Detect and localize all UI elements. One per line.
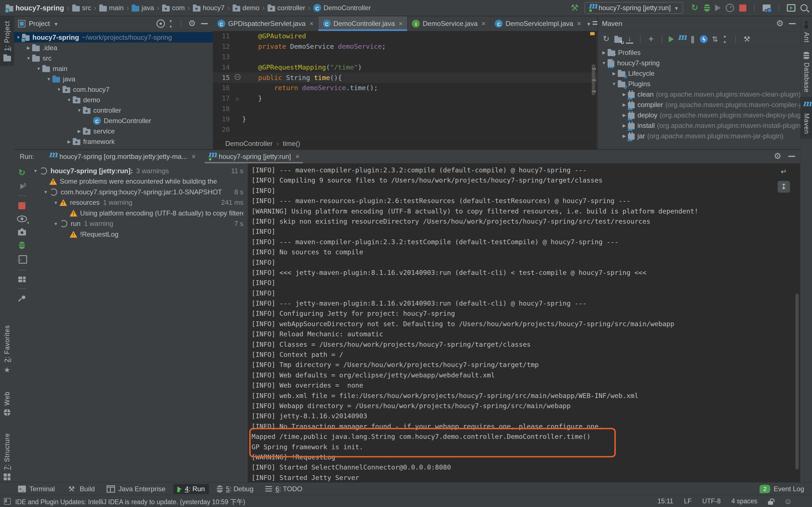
breadcrumb-class[interactable]: DemoController [225, 140, 273, 148]
tree-collapse-arrow[interactable] [42, 189, 49, 194]
offline-mode-button[interactable] [700, 35, 708, 43]
status-message[interactable]: IDE and Plugin Updates: IntelliJ IDEA is… [15, 497, 245, 506]
tool-button-web[interactable]: Web [0, 387, 14, 420]
code-line[interactable]: 17 } [213, 93, 597, 104]
code-line[interactable]: 14 @GPRequestMapping("/time") [213, 62, 597, 72]
project-tree-item[interactable]: src [14, 53, 213, 63]
maven-tree-item[interactable]: Profiles [598, 47, 801, 58]
editor-tab[interactable]: DemoServiceImpl.java [490, 16, 586, 31]
maven-tree-item[interactable]: install(org.apache.maven.plugins:maven-i… [598, 120, 801, 131]
collapse-all-button[interactable] [168, 20, 174, 27]
tree-expand-arrow[interactable] [65, 139, 73, 144]
run-tab[interactable]: houcy7-spring [jetty:run] [203, 150, 305, 163]
search-everywhere-button[interactable] [801, 4, 808, 11]
breadcrumb-item[interactable]: DemoController [313, 4, 371, 12]
project-tree-item[interactable]: service [14, 126, 213, 136]
project-tree-item[interactable]: framework [14, 136, 213, 147]
tree-collapse-arrow[interactable] [610, 81, 618, 86]
event-log-button[interactable]: 2 Event Log [760, 485, 812, 493]
tool-button--debug[interactable]: 5: Debug [213, 484, 257, 494]
breadcrumb-item[interactable]: controller [267, 4, 305, 12]
soft-wrap-button[interactable] [777, 166, 790, 177]
gear-icon[interactable] [773, 152, 782, 161]
code-line[interactable]: 19} [213, 114, 597, 124]
editor-tab[interactable]: DemoController.java [318, 16, 407, 31]
tool-button-favorites[interactable]: 2: Favorites [0, 321, 14, 379]
thread-dump-button[interactable] [18, 230, 26, 235]
breadcrumb-item[interactable]: houcy7 [193, 4, 224, 12]
hide-panel-button[interactable] [788, 156, 795, 157]
tree-collapse-arrow[interactable] [52, 200, 59, 205]
code-line[interactable]: 11 @GPAutowired [213, 31, 597, 41]
maven-tree-item[interactable]: Lifecycle [598, 68, 801, 78]
gear-icon[interactable] [775, 19, 784, 29]
run-anything-button[interactable] [787, 4, 795, 11]
debug-button[interactable] [704, 4, 710, 11]
tool-button-java-enterprise[interactable]: Java Enterprise [103, 484, 169, 494]
close-icon[interactable] [577, 20, 581, 27]
editor-scrollbar[interactable] [592, 64, 595, 95]
project-tree-item[interactable]: java [14, 74, 213, 84]
code-line[interactable]: 16 return demoService.time(); [213, 83, 597, 93]
maven-tree-item[interactable]: houcy7-spring [598, 58, 801, 68]
tree-collapse-arrow[interactable] [45, 76, 52, 81]
code-line[interactable]: 13 [213, 52, 597, 62]
run-tree-item[interactable]: com.houcy7.spring:houcy7-spring:jar:1.0-… [30, 187, 247, 198]
tree-expand-arrow[interactable] [600, 50, 608, 55]
maven-settings-button[interactable] [743, 35, 751, 44]
project-tree-item[interactable]: demo [14, 95, 213, 105]
lock-icon[interactable] [768, 501, 773, 505]
tree-expand-arrow[interactable] [620, 92, 628, 97]
project-tree-item[interactable]: houcy7-spring~/work/projects/houcy7-spri… [14, 32, 213, 43]
tree-collapse-arrow[interactable] [55, 87, 63, 92]
tree-collapse-arrow[interactable] [75, 108, 83, 113]
run-tree-item[interactable]: resources1 warning241 ms [30, 198, 247, 208]
project-tree-item[interactable]: .idea [14, 43, 213, 53]
run-maven-goal-button[interactable] [669, 36, 674, 42]
tool-button--run[interactable]: 4: Run [173, 484, 209, 494]
tool-button-build[interactable]: Build [63, 483, 99, 496]
reimport-button[interactable] [602, 35, 610, 44]
toolwindows-button[interactable] [763, 4, 770, 11]
generate-sources-button[interactable] [614, 37, 622, 43]
tree-expand-arrow[interactable] [25, 45, 32, 50]
close-icon[interactable] [399, 20, 403, 27]
attach-debugger-button[interactable] [19, 242, 25, 249]
rerun-failed-button[interactable] [20, 184, 25, 189]
fold-gutter[interactable] [233, 74, 242, 82]
fold-gutter[interactable] [233, 94, 242, 102]
breadcrumb-item[interactable]: com [162, 4, 185, 12]
code-line[interactable]: 18 [213, 104, 597, 114]
close-icon[interactable] [192, 153, 196, 161]
tree-expand-arrow[interactable] [620, 113, 628, 118]
tool-button-structure[interactable]: 7: Structure [0, 429, 14, 485]
tree-collapse-arrow[interactable] [25, 56, 32, 61]
tool-button-ant[interactable]: Ant [801, 16, 812, 47]
run-tree-item[interactable]: Using platform encoding (UTF-8 actually)… [30, 208, 247, 219]
close-icon[interactable] [481, 20, 486, 27]
tree-expand-arrow[interactable] [75, 129, 83, 134]
coverage-button[interactable] [715, 4, 721, 11]
tool-button--todo[interactable]: 6: TODO [261, 484, 306, 494]
caret-position[interactable]: 15:11 [658, 497, 673, 505]
tree-expand-arrow[interactable] [610, 71, 618, 76]
project-tree-item[interactable]: main [14, 63, 213, 74]
maven-tree-item[interactable]: clean(org.apache.maven.plugins:maven-cle… [598, 89, 801, 100]
tree-collapse-arrow[interactable] [35, 66, 42, 71]
fold-collapse-icon[interactable] [235, 74, 241, 80]
tree-expand-arrow[interactable] [620, 133, 628, 138]
expand-all-button[interactable] [712, 35, 718, 43]
tool-window-switcher-icon[interactable] [4, 498, 11, 505]
stop-button[interactable] [18, 202, 26, 209]
run-tree-item[interactable]: run1 warning7 s [30, 219, 247, 229]
project-tree-item[interactable]: com.houcy7 [14, 84, 213, 95]
editor-tab[interactable]: DemoService.java [407, 16, 490, 31]
console-scrollbar[interactable] [795, 293, 799, 469]
code-line[interactable]: 12 private DemoService demoService; [213, 41, 597, 52]
execute-maven-goal-button[interactable] [678, 35, 685, 43]
breadcrumb-item[interactable]: src [72, 4, 91, 12]
code-editor[interactable]: 11 @GPAutowired12 private DemoService de… [213, 31, 597, 138]
download-sources-button[interactable] [626, 35, 633, 44]
jump-to-source-button[interactable] [18, 255, 27, 264]
stop-button[interactable] [739, 4, 746, 11]
